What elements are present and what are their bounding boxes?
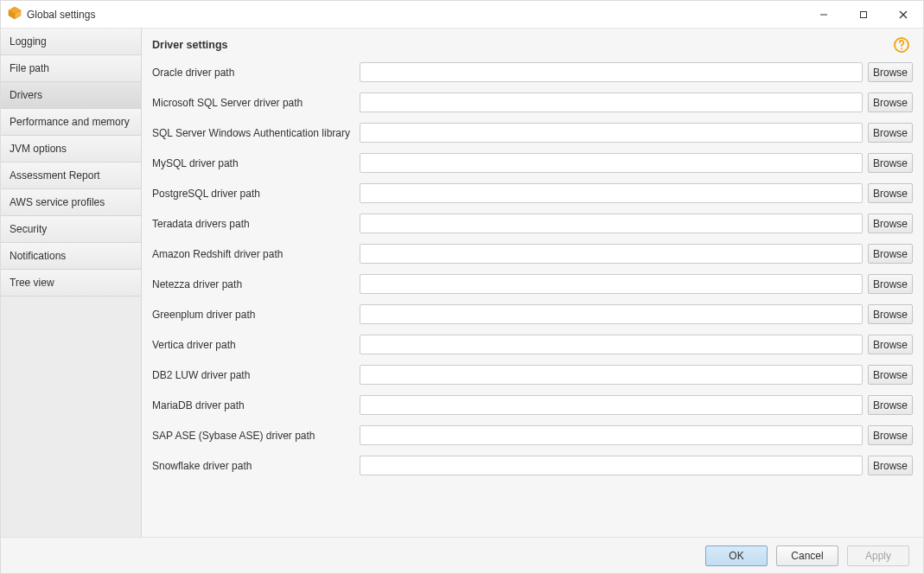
row-label: Amazon Redshift driver path [152, 248, 360, 260]
row-label: SQL Server Windows Authentication librar… [152, 127, 360, 139]
mssql-driver-path-input[interactable] [360, 92, 863, 112]
browse-button[interactable]: Browse [868, 335, 913, 354]
browse-button[interactable]: Browse [868, 365, 913, 385]
browse-button[interactable]: Browse [868, 183, 913, 203]
browse-button[interactable]: Browse [868, 304, 913, 324]
row-oracle-driver-path: Oracle driver path Browse [152, 61, 913, 83]
row-label: MySQL driver path [152, 157, 360, 169]
browse-button[interactable]: Browse [868, 274, 913, 294]
browse-button[interactable]: Browse [868, 62, 913, 82]
sidebar-item-label: Performance and memory [10, 116, 130, 128]
mariadb-driver-path-input[interactable] [360, 395, 863, 415]
sidebar: Logging File path Drivers Performance an… [1, 29, 142, 537]
row-label: Vertica driver path [152, 339, 360, 351]
window-controls [804, 1, 923, 29]
row-sap-ase-driver-path: SAP ASE (Sybase ASE) driver path Browse [152, 424, 913, 446]
sidebar-item-drivers[interactable]: Drivers [1, 82, 141, 109]
minimize-button[interactable] [804, 1, 844, 29]
browse-button[interactable]: Browse [868, 123, 913, 143]
close-button[interactable] [883, 1, 923, 29]
maximize-button[interactable] [844, 1, 883, 29]
row-label: Greenplum driver path [152, 309, 360, 321]
title-bar: Global settings [1, 1, 923, 29]
global-settings-window: Global settings Logging File path Driver… [0, 0, 924, 574]
cancel-button[interactable]: Cancel [776, 545, 838, 566]
vertica-driver-path-input[interactable] [360, 335, 863, 354]
db2-luw-driver-path-input[interactable] [360, 365, 863, 385]
browse-button[interactable]: Browse [868, 92, 913, 112]
sidebar-item-label: Tree view [10, 277, 54, 289]
row-label: Snowflake driver path [152, 460, 360, 472]
content-pane: Driver settings Oracle driver path Brows… [142, 29, 923, 537]
sqlserver-win-auth-lib-input[interactable] [360, 123, 863, 143]
sidebar-item-tree-view[interactable]: Tree view [1, 270, 141, 297]
ok-button[interactable]: OK [705, 545, 768, 566]
dialog-footer: OK Cancel Apply [1, 537, 923, 573]
oracle-driver-path-input[interactable] [360, 62, 863, 82]
sidebar-item-notifications[interactable]: Notifications [1, 243, 141, 270]
content-header: Driver settings [152, 37, 913, 53]
sidebar-item-label: Logging [10, 35, 47, 48]
sap-ase-driver-path-input[interactable] [360, 425, 863, 445]
row-greenplum-driver-path: Greenplum driver path Browse [152, 303, 913, 325]
row-label: DB2 LUW driver path [152, 369, 360, 381]
snowflake-driver-path-input[interactable] [360, 456, 863, 475]
svg-rect-4 [861, 11, 867, 17]
svg-point-8 [901, 48, 902, 49]
row-postgresql-driver-path: PostgreSQL driver path Browse [152, 182, 913, 204]
row-teradata-drivers-path: Teradata drivers path Browse [152, 213, 913, 234]
row-amazon-redshift-driver-path: Amazon Redshift driver path Browse [152, 243, 913, 265]
row-netezza-driver-path: Netezza driver path Browse [152, 273, 913, 295]
app-icon [8, 6, 22, 22]
row-mysql-driver-path: MySQL driver path Browse [152, 152, 913, 174]
row-label: Netezza driver path [152, 278, 360, 290]
row-mariadb-driver-path: MariaDB driver path Browse [152, 394, 913, 416]
sidebar-item-security[interactable]: Security [1, 216, 141, 243]
apply-button[interactable]: Apply [847, 545, 909, 566]
help-icon[interactable] [894, 37, 909, 53]
sidebar-item-label: Drivers [10, 89, 42, 101]
row-label: SAP ASE (Sybase ASE) driver path [152, 430, 360, 442]
sidebar-item-jvm-options[interactable]: JVM options [1, 136, 141, 163]
sidebar-item-label: AWS service profiles [10, 196, 105, 208]
driver-rows: Oracle driver path Browse Microsoft SQL … [152, 61, 913, 476]
sidebar-item-file-path[interactable]: File path [1, 55, 141, 82]
row-sqlserver-win-auth-lib: SQL Server Windows Authentication librar… [152, 122, 913, 144]
row-label: Microsoft SQL Server driver path [152, 97, 360, 109]
sidebar-item-label: Notifications [10, 250, 66, 262]
row-label: PostgreSQL driver path [152, 188, 360, 200]
postgresql-driver-path-input[interactable] [360, 183, 863, 203]
browse-button[interactable]: Browse [868, 244, 913, 264]
amazon-redshift-driver-path-input[interactable] [360, 244, 863, 264]
browse-button[interactable]: Browse [868, 153, 913, 173]
content-title: Driver settings [152, 39, 228, 51]
browse-button[interactable]: Browse [868, 425, 913, 445]
sidebar-item-label: File path [10, 62, 49, 74]
row-mssql-driver-path: Microsoft SQL Server driver path Browse [152, 92, 913, 113]
sidebar-item-aws-service-profiles[interactable]: AWS service profiles [1, 189, 141, 216]
browse-button[interactable]: Browse [868, 395, 913, 415]
browse-button[interactable]: Browse [868, 214, 913, 233]
netezza-driver-path-input[interactable] [360, 274, 863, 294]
row-label: Oracle driver path [152, 67, 360, 79]
mysql-driver-path-input[interactable] [360, 153, 863, 173]
sidebar-item-logging[interactable]: Logging [1, 29, 141, 55]
sidebar-item-performance-and-memory[interactable]: Performance and memory [1, 109, 141, 136]
sidebar-item-label: JVM options [10, 143, 67, 155]
row-db2-luw-driver-path: DB2 LUW driver path Browse [152, 364, 913, 386]
row-snowflake-driver-path: Snowflake driver path Browse [152, 455, 913, 476]
row-label: MariaDB driver path [152, 399, 360, 411]
browse-button[interactable]: Browse [868, 456, 913, 475]
sidebar-item-label: Security [10, 223, 47, 235]
sidebar-item-label: Assessment Report [10, 169, 100, 182]
row-label: Teradata drivers path [152, 218, 360, 230]
greenplum-driver-path-input[interactable] [360, 304, 863, 324]
window-title: Global settings [27, 9, 95, 21]
teradata-drivers-path-input[interactable] [360, 214, 863, 233]
row-vertica-driver-path: Vertica driver path Browse [152, 334, 913, 355]
dialog-body: Logging File path Drivers Performance an… [1, 29, 923, 537]
sidebar-item-assessment-report[interactable]: Assessment Report [1, 163, 141, 189]
